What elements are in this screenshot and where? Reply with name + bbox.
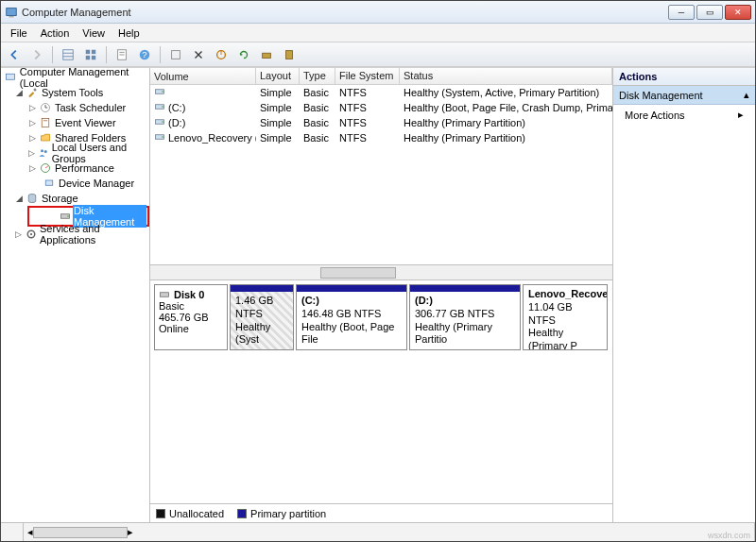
minimize-button[interactable]: ─ bbox=[668, 5, 695, 20]
watermark: wsxdn.com bbox=[708, 531, 750, 540]
expand-icon[interactable]: ▷ bbox=[27, 148, 36, 158]
menu-file[interactable]: File bbox=[5, 25, 33, 41]
volume-fs: NTFS bbox=[335, 102, 400, 113]
partition[interactable]: Lenovo_Recovery11.04 GB NTFSHealthy (Pri… bbox=[523, 284, 608, 350]
partition-status: Healthy (Syst bbox=[235, 321, 288, 347]
expand-icon[interactable]: ▷ bbox=[14, 229, 23, 239]
storage-icon bbox=[26, 192, 39, 205]
clock-icon bbox=[39, 101, 52, 114]
tree-event-viewer[interactable]: ▷ Event Viewer bbox=[1, 115, 149, 130]
volume-name: (D:) bbox=[168, 117, 185, 128]
legend-primary: Primary partition bbox=[250, 508, 326, 519]
volume-layout: Simple bbox=[256, 117, 300, 128]
legend-unallocated: Unallocated bbox=[169, 508, 224, 519]
refresh-button[interactable] bbox=[234, 45, 253, 64]
tree-local-users[interactable]: ▷ Local Users and Groups bbox=[1, 145, 149, 161]
action-button-2[interactable] bbox=[189, 45, 208, 64]
svg-point-37 bbox=[162, 91, 163, 93]
volume-scrollbar[interactable] bbox=[150, 264, 612, 279]
tree-device-manager[interactable]: Device Manager bbox=[1, 176, 149, 191]
col-type[interactable]: Type bbox=[300, 68, 335, 84]
col-filesystem[interactable]: File System bbox=[335, 68, 400, 84]
svg-rect-24 bbox=[42, 119, 49, 127]
menu-help[interactable]: Help bbox=[112, 25, 146, 41]
view-detail-button[interactable] bbox=[81, 45, 100, 64]
volume-layout: Simple bbox=[256, 87, 300, 98]
expand-icon[interactable]: ▷ bbox=[27, 133, 37, 143]
volume-type: Basic bbox=[300, 132, 335, 144]
disk-icon bbox=[60, 210, 71, 223]
maximize-button[interactable]: ▭ bbox=[696, 5, 723, 20]
volume-fs: NTFS bbox=[335, 117, 400, 128]
expand-icon[interactable]: ▷ bbox=[27, 118, 37, 127]
properties-button[interactable] bbox=[112, 45, 131, 64]
volume-type: Basic bbox=[300, 117, 335, 128]
volume-fs: NTFS bbox=[335, 87, 400, 98]
disk-name: Disk 0 bbox=[174, 289, 204, 300]
tree-root[interactable]: Computer Management (Local bbox=[1, 70, 149, 85]
settings-button[interactable] bbox=[257, 45, 276, 64]
expand-icon[interactable]: ▷ bbox=[27, 163, 37, 173]
expand-icon[interactable]: ▷ bbox=[27, 103, 37, 112]
col-status[interactable]: Status bbox=[400, 68, 612, 84]
partition-info: 306.77 GB NTFS bbox=[415, 308, 515, 321]
expand-icon[interactable]: ◢ bbox=[14, 194, 24, 203]
actions-section[interactable]: Disk Management ▴ bbox=[613, 86, 755, 105]
extra-button[interactable] bbox=[280, 45, 299, 64]
help-button[interactable]: ? bbox=[135, 45, 154, 64]
status-cell bbox=[137, 523, 755, 541]
disk-size: 465.76 GB bbox=[159, 312, 223, 323]
volume-row[interactable]: (C:) Simple Basic NTFS Healthy (Boot, Pa… bbox=[150, 100, 612, 115]
volume-layout: Simple bbox=[256, 132, 300, 144]
tree-pane[interactable]: Computer Management (Local ◢ System Tool… bbox=[1, 68, 150, 522]
volume-row[interactable]: Simple Basic NTFS Healthy (System, Activ… bbox=[150, 85, 612, 100]
svg-point-27 bbox=[43, 150, 46, 153]
titlebar[interactable]: Computer Management ─ ▭ ✕ bbox=[1, 1, 755, 24]
close-button[interactable]: ✕ bbox=[725, 5, 751, 20]
actions-more[interactable]: More Actions ▸ bbox=[613, 105, 755, 125]
window-frame: Computer Management ─ ▭ ✕ File Action Vi… bbox=[0, 0, 756, 542]
svg-rect-6 bbox=[92, 49, 95, 53]
partition[interactable]: (C:)146.48 GB NTFSHealthy (Boot, Page Fi… bbox=[296, 284, 407, 350]
back-button[interactable] bbox=[5, 45, 24, 64]
expand-icon[interactable]: ◢ bbox=[14, 88, 24, 97]
col-layout[interactable]: Layout bbox=[256, 68, 300, 84]
drive-icon bbox=[154, 101, 165, 114]
legend: Unallocated Primary partition bbox=[150, 503, 612, 522]
menu-action[interactable]: Action bbox=[35, 25, 76, 41]
svg-rect-0 bbox=[7, 8, 17, 15]
tree-task-scheduler[interactable]: ▷ Task Scheduler bbox=[1, 100, 149, 115]
volume-list-header[interactable]: Volume Layout Type File System Status bbox=[150, 68, 612, 85]
menu-view[interactable]: View bbox=[77, 25, 111, 41]
volume-row[interactable]: Lenovo_Recovery (E:) Simple Basic NTFS H… bbox=[150, 130, 612, 145]
svg-rect-18 bbox=[286, 50, 293, 59]
action-button-1[interactable] bbox=[166, 45, 185, 64]
partition[interactable]: 1.46 GB NTFSHealthy (Syst bbox=[230, 284, 294, 350]
tree-disk-management[interactable]: Disk Management bbox=[56, 209, 146, 224]
tree-storage[interactable]: ◢ Storage bbox=[1, 191, 149, 206]
volume-type: Basic bbox=[300, 102, 335, 113]
action-button-3[interactable] bbox=[212, 45, 231, 64]
disk-type: Basic bbox=[159, 300, 223, 312]
collapse-icon[interactable]: ▴ bbox=[744, 89, 749, 101]
actions-header: Actions bbox=[613, 68, 755, 86]
device-icon bbox=[43, 177, 56, 190]
partition-info: 146.48 GB NTFS bbox=[301, 308, 402, 321]
partition-name: Lenovo_Recovery bbox=[528, 288, 602, 301]
disk-label[interactable]: Disk 0 Basic 465.76 GB Online bbox=[154, 284, 228, 350]
svg-point-20 bbox=[34, 89, 37, 92]
forward-button[interactable] bbox=[27, 45, 46, 64]
disk-map[interactable]: Disk 0 Basic 465.76 GB Online 1.46 GB NT… bbox=[150, 280, 612, 522]
view-list-button[interactable] bbox=[59, 45, 77, 64]
partition[interactable]: (D:)306.77 GB NTFSHealthy (Primary Parti… bbox=[409, 284, 521, 350]
svg-rect-30 bbox=[45, 180, 53, 185]
volume-row[interactable]: (D:) Simple Basic NTFS Healthy (Primary … bbox=[150, 115, 612, 130]
volume-status: Healthy (Primary Partition) bbox=[400, 132, 612, 144]
tree-services-apps[interactable]: ▷ Services and Applications bbox=[1, 227, 149, 242]
users-icon bbox=[38, 146, 49, 160]
svg-point-26 bbox=[41, 149, 43, 152]
status-scrollbar[interactable]: ◂▸ bbox=[24, 523, 137, 541]
svg-rect-17 bbox=[263, 53, 271, 58]
col-volume[interactable]: Volume bbox=[150, 68, 256, 84]
volume-list[interactable]: Volume Layout Type File System Status Si… bbox=[150, 68, 612, 280]
